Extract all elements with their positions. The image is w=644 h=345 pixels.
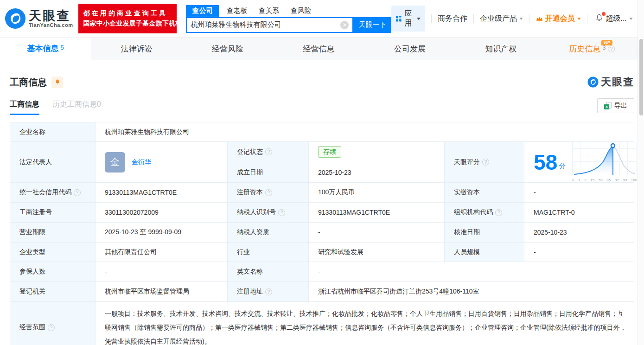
- tab-operation-info[interactable]: 经营信息: [273, 38, 364, 60]
- export-button[interactable]: X 导出: [597, 98, 634, 113]
- reg-address-label: 注册地址: [237, 288, 263, 296]
- monitor-bell-button[interactable]: [51, 77, 63, 88]
- apps-label: 应用: [404, 9, 414, 28]
- legal-rep-cell: 金 金衍华: [96, 142, 228, 183]
- help-icon[interactable]: ?: [482, 159, 489, 166]
- logo-brand: 天眼查: [29, 9, 73, 22]
- business-scope-value: 一般项目：技术服务、技术开发、技术咨询、技术交流、技术转让、技术推广；化妆品批发…: [96, 302, 634, 345]
- logo-text: 天眼查 TianYanCha.com: [29, 9, 73, 28]
- credit-code-label: 统一社会信用代码: [19, 188, 71, 197]
- org-code-label: 组织机构代码: [454, 208, 493, 217]
- establish-date-label: 成立日期: [228, 162, 309, 183]
- menu-divider: [587, 14, 587, 23]
- search-input[interactable]: [187, 21, 340, 29]
- apps-menu[interactable]: 应用: [391, 6, 425, 32]
- subtab-row: 工商信息 历史工商信息0 X 导出: [10, 98, 634, 115]
- tab-intellectual-property[interactable]: 知识产权: [455, 38, 546, 60]
- subtab-history-business-info[interactable]: 历史工商信息0: [52, 100, 101, 115]
- open-vip-link[interactable]: 开通会员: [536, 14, 581, 24]
- tab-basic-info[interactable]: 基本信息 5: [0, 38, 91, 60]
- search-box-row: ✕ 天眼一下: [186, 17, 391, 33]
- apps-grid-icon: [396, 15, 402, 23]
- tab-legal-proceedings[interactable]: 法律诉讼: [91, 38, 182, 60]
- table-row: 企业名称 杭州珀莱雅生物科技有限公司: [10, 122, 634, 142]
- tab-label: 公司发展: [394, 44, 426, 54]
- business-term-label: 营业期限: [10, 223, 96, 243]
- table-row: 参保人数 - 英文名称 -: [10, 262, 634, 282]
- legal-rep-avatar[interactable]: 金: [105, 152, 125, 172]
- score-cell[interactable]: 58 分: [524, 142, 634, 183]
- menu-divider: [529, 14, 529, 23]
- section-title: 工商信息: [10, 76, 47, 89]
- menu-divider: [473, 14, 474, 23]
- clear-search-icon[interactable]: ✕: [340, 21, 349, 29]
- watermark-brand: 天眼查: [601, 75, 634, 89]
- help-icon[interactable]: ?: [74, 189, 81, 196]
- industry-label: 行业: [228, 243, 309, 262]
- promo-line2: 国家中小企业发展子基金旗下机构: [83, 19, 172, 28]
- chevron-down-icon: [417, 18, 421, 20]
- staff-size-label: 人员规模: [445, 243, 524, 262]
- scrollbar-track[interactable]: [638, 0, 644, 345]
- enterprise-label: 企业级产品: [480, 14, 517, 22]
- tab-label: 经营风险: [212, 44, 243, 54]
- paid-capital-label: 实缴资本: [445, 183, 524, 203]
- search-tab-relation[interactable]: 查关系: [258, 5, 279, 17]
- chevron-down-icon: [519, 18, 523, 20]
- reg-authority-value: 杭州市临平区市场监督管理局: [96, 282, 228, 302]
- search-tab-company[interactable]: 查公司: [186, 5, 219, 17]
- notifications-bell[interactable]: [595, 13, 604, 24]
- menu-super[interactable]: 超级...: [606, 14, 632, 24]
- taxpayer-id-value: 91330113MAG1CTRT0E: [309, 203, 445, 223]
- insured-count-value: -: [96, 262, 228, 282]
- english-name-label: 英文名称: [228, 262, 309, 282]
- promo-line1: 都在用的商业查询工具: [83, 9, 172, 18]
- org-code-value: MAG1CTRT-0: [524, 203, 634, 223]
- search-button[interactable]: 天眼一下: [353, 17, 391, 33]
- tab-count: 5: [61, 44, 64, 51]
- axis-tick: 3: [584, 178, 586, 182]
- help-icon[interactable]: ?: [278, 209, 285, 216]
- tab-history-info[interactable]: VIP 历史信息 3 ?: [547, 38, 638, 60]
- menu-enterprise-products[interactable]: 企业级产品: [480, 14, 523, 24]
- bell-icon: [54, 79, 61, 85]
- help-icon[interactable]: ?: [265, 288, 272, 295]
- reg-capital-label-cell: 注册资本?: [228, 183, 309, 203]
- business-info-table: 企业名称 杭州珀莱雅生物科技有限公司 法定代表人 金 金衍华 登记状态? 存续 …: [10, 122, 634, 345]
- vip-label: 开通会员: [545, 14, 575, 24]
- reg-status-label: 登记状态: [237, 148, 263, 156]
- score-axis: 0 1 3 15 50 85 97 99 100: [572, 178, 637, 182]
- help-icon[interactable]: ?: [608, 45, 615, 52]
- axis-tick: 50: [599, 178, 603, 182]
- paid-capital-value: -: [524, 183, 634, 203]
- search-tab-risk[interactable]: 查风险: [290, 5, 311, 17]
- reg-capital-value: 100万人民币: [309, 183, 445, 203]
- search-zone: 查公司 查老板 查关系 查风险 ✕ 天眼一下: [186, 5, 391, 33]
- search-tab-boss[interactable]: 查老板: [226, 5, 247, 17]
- reg-status-value: 存续: [309, 142, 445, 162]
- approval-date-value: 2025-10-23: [524, 223, 634, 243]
- tab-label: 法律诉讼: [121, 44, 153, 54]
- tianyancha-logo[interactable]: 天眼查 TianYanCha.com: [5, 8, 73, 29]
- tab-company-development[interactable]: 公司发展: [364, 38, 455, 60]
- promo-banner[interactable]: 都在用的商业查询工具 国家中小企业发展子基金旗下机构: [78, 4, 177, 33]
- business-term-value: 2025-10-23 至 9999-09-09: [96, 223, 228, 243]
- tab-label: 知识产权: [485, 44, 516, 54]
- help-icon[interactable]: ?: [265, 148, 272, 155]
- tab-operation-risk[interactable]: 经营风险: [182, 38, 273, 60]
- scrollbar-thumb[interactable]: [639, 39, 643, 115]
- legal-rep-name-link[interactable]: 金衍华: [132, 158, 151, 166]
- org-code-label-cell: 组织机构代码?: [445, 203, 524, 223]
- subtab-business-info[interactable]: 工商信息: [10, 100, 39, 115]
- reg-address-value: 浙江省杭州市临平区乔司街道汀兰街253号4幢106-110室: [309, 282, 634, 302]
- approval-date-label: 核准日期: [445, 223, 524, 243]
- help-icon[interactable]: ?: [265, 189, 272, 196]
- table-row: 统一社会信用代码? 91330113MAG1CTRT0E 注册资本? 100万人…: [10, 183, 634, 203]
- taxpayer-quality-label: 纳税人资质: [228, 223, 309, 243]
- menu-business-cooperation[interactable]: 商务合作: [438, 14, 467, 24]
- top-header: 天眼查 TianYanCha.com 都在用的商业查询工具 国家中小企业发展子基…: [0, 0, 638, 37]
- business-scope-label-cell: 经营范围?: [10, 302, 96, 345]
- table-row: 经营范围? 一般项目：技术服务、技术开发、技术咨询、技术交流、技术转让、技术推广…: [10, 302, 634, 345]
- help-icon[interactable]: ?: [48, 324, 55, 331]
- help-icon[interactable]: ?: [495, 209, 502, 216]
